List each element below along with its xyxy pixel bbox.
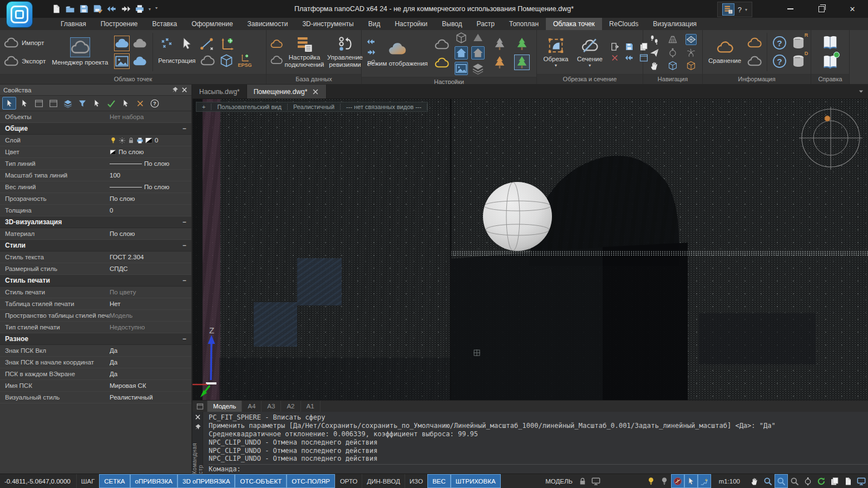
status-toggle[interactable]: оПРИВЯЗКА — [130, 474, 178, 488]
model-viewport[interactable]: Z +Пользовательский видРеалистичный--- н… — [193, 99, 868, 400]
status-icon-button[interactable] — [684, 474, 698, 488]
properties-tool-button[interactable] — [134, 97, 146, 109]
export-button[interactable]: Экспорт — [4, 54, 46, 68]
section-button[interactable]: Сечение ▼ — [575, 37, 605, 67]
cloud-deviation-icon[interactable] — [747, 36, 762, 50]
clip-door-icon[interactable] — [610, 42, 619, 51]
quick-access-button[interactable] — [121, 4, 131, 14]
ribbon-tab[interactable]: Облака точек — [546, 18, 602, 30]
status-toggle[interactable]: ШАГ — [76, 474, 99, 488]
help-button[interactable]: ? — [738, 6, 742, 14]
ribbon-tab[interactable]: Вид — [361, 18, 388, 30]
bounding-box-icon[interactable] — [455, 32, 467, 44]
framed-cloud-icon[interactable] — [114, 36, 130, 51]
paint-tree-height-icon[interactable] — [492, 55, 507, 70]
app-logo-icon[interactable] — [7, 2, 32, 27]
properties-tool-button[interactable] — [18, 97, 31, 109]
clip-delete-icon[interactable] — [610, 53, 619, 62]
pan-icon[interactable] — [649, 61, 659, 71]
ribbon-tab[interactable]: ReClouds — [602, 18, 646, 30]
property-row[interactable]: Цвет По слою − — [0, 146, 191, 158]
status-toggle[interactable]: СЕТКА — [99, 474, 130, 488]
ribbon-tab[interactable]: Топоплан — [502, 18, 546, 30]
snapshot-icon[interactable] — [455, 62, 468, 75]
status-icon-button[interactable] — [841, 474, 855, 488]
status-icon-button[interactable] — [815, 474, 828, 488]
section-dropdown-icon[interactable]: ▼ — [588, 65, 592, 67]
property-row[interactable]: Вес линий По слою − — [0, 181, 191, 193]
minimize-button[interactable] — [775, 0, 806, 18]
collapse-section-icon[interactable]: − — [183, 336, 191, 342]
cloud-distance-icon[interactable] — [747, 54, 762, 68]
quick-access-button[interactable] — [135, 4, 145, 14]
status-icon-button[interactable] — [644, 474, 658, 488]
perspective-grid-icon[interactable] — [668, 34, 678, 45]
status-toggle[interactable]: ДИН-ВВОД — [362, 474, 405, 488]
command-history[interactable]: PC_FIT_SPHERE - Вписать сферуПрименить п… — [203, 412, 868, 474]
collapse-section-icon[interactable]: − — [183, 242, 191, 249]
properties-tool-button[interactable] — [2, 97, 16, 110]
quick-access-button[interactable] — [79, 4, 89, 14]
layout-tab[interactable]: Модель — [208, 401, 242, 412]
display-mode-button[interactable]: Режим отображения — [366, 39, 430, 68]
document-tab[interactable]: Насыпь.dwg* — [193, 85, 247, 98]
status-toggle[interactable]: ШТРИХОВКА — [451, 474, 501, 488]
property-row[interactable]: Стили − — [0, 240, 191, 252]
help-dropdown-icon[interactable]: ▾ — [745, 7, 747, 12]
command-close-icon[interactable] — [194, 413, 201, 421]
framed-region-icon[interactable] — [114, 53, 130, 69]
status-toggle[interactable]: ВЕС — [427, 474, 451, 488]
cloud-note-icon[interactable] — [132, 54, 147, 68]
tree-photo-icon[interactable] — [514, 55, 530, 70]
ribbon-tab[interactable]: Настройки — [387, 18, 435, 30]
properties-tool-button[interactable] — [90, 97, 103, 109]
status-toggle[interactable]: ОТС-ПОЛЯР — [287, 474, 335, 488]
toolbar-overflow-icon[interactable]: ⯆ — [155, 6, 158, 12]
help-book-icon[interactable] — [822, 34, 839, 51]
status-icon-button[interactable] — [589, 474, 603, 488]
epsg-button[interactable]: EPSG — [238, 53, 252, 68]
select-points-icon[interactable] — [180, 37, 194, 51]
property-row[interactable]: Тип стилей печати Недоступно − — [0, 322, 191, 333]
status-icon-button[interactable] — [788, 474, 801, 488]
property-row[interactable]: Тип линий По слою − — [0, 158, 191, 170]
status-icon-button[interactable] — [671, 474, 684, 488]
measure-points-icon[interactable] — [200, 37, 214, 51]
status-icon-button[interactable] — [698, 474, 711, 488]
panel-close-icon[interactable] — [181, 86, 188, 93]
property-row[interactable]: Имя ПСК Мировая СК − — [0, 380, 191, 392]
ribbon-tab[interactable]: Построение — [93, 18, 145, 30]
status-icon-button[interactable] — [775, 474, 788, 488]
pin-icon[interactable] — [171, 86, 179, 93]
paint-tree-gray-icon[interactable] — [492, 37, 507, 51]
ribbon-collapse-icon[interactable] — [854, 85, 868, 98]
project-manager-button[interactable]: Менеджер проекта — [50, 37, 110, 67]
property-row[interactable]: Стиль печати По цвету − — [0, 287, 191, 298]
status-icon-button[interactable] — [658, 474, 671, 488]
property-row[interactable]: Знак ПСК Вкл Да − — [0, 345, 191, 357]
collapse-section-icon[interactable]: − — [183, 125, 191, 132]
space-mode-label[interactable]: МОДЕЛЬ — [542, 474, 576, 488]
layout-tab[interactable]: A4 — [242, 401, 262, 412]
command-prompt[interactable]: Команда: — [209, 464, 868, 474]
status-icon-button[interactable] — [576, 474, 589, 488]
orbit-icon[interactable] — [668, 48, 678, 58]
clash-inside-icon[interactable] — [455, 46, 468, 60]
quick-access-button[interactable] — [107, 4, 117, 14]
collapse-section-icon[interactable]: − — [183, 277, 191, 284]
status-toggle[interactable]: ИЗО — [405, 474, 427, 488]
properties-tool-button[interactable] — [47, 97, 60, 109]
ribbon-tab[interactable]: Зависимости — [240, 18, 295, 30]
layout-tab[interactable]: A2 — [281, 401, 300, 412]
ribbon-tab[interactable]: 3D-инструменты — [295, 18, 361, 30]
layout-tab[interactable]: A1 — [301, 401, 320, 412]
status-icon-button[interactable] — [828, 474, 841, 488]
property-row[interactable]: Пространство таблицы стилей печати Модел… — [0, 310, 191, 322]
properties-tool-button[interactable] — [61, 97, 74, 109]
status-toggle[interactable]: ОРТО — [335, 474, 362, 488]
import-button[interactable]: Импорт — [4, 36, 46, 50]
viewport-control[interactable]: --- нет связанных видов --- — [341, 103, 427, 110]
cloud-db-in-icon[interactable] — [270, 38, 283, 50]
ribbon-tab[interactable]: Главная — [53, 18, 93, 30]
ribbon-tab[interactable]: Вставка — [145, 18, 185, 30]
